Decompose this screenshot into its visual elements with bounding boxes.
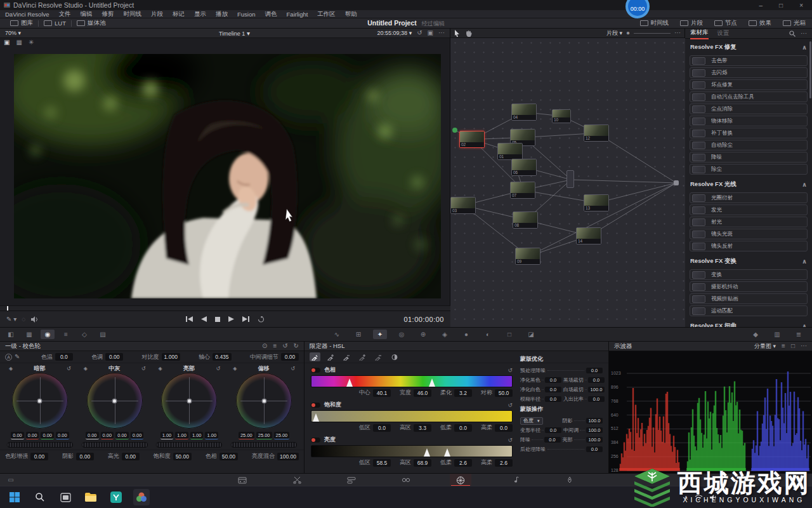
menu-item[interactable]: DaVinci Resolve [5,11,49,18]
lum-high-handle[interactable] [444,448,450,457]
control-value[interactable]: 1.000 [162,353,180,361]
softness-add-icon[interactable] [357,352,368,361]
matte-value[interactable]: 0.0 [586,368,603,373]
color-wheels-icon[interactable]: ◉ [41,330,55,339]
bypass-grades-icon[interactable]: ↺ [417,30,422,36]
fx-effect-item[interactable]: 尘点消除 [690,104,808,114]
panel-toggle-button[interactable]: 片段 [679,19,704,27]
control-value[interactable]: 0.00 [281,353,299,361]
wheel-value[interactable]: 0.00 [11,432,24,439]
luminance-toggle[interactable] [311,438,320,443]
control-value[interactable]: 50.00 [173,453,192,460]
close-button[interactable]: × [799,2,803,9]
node-out[interactable] [674,180,679,185]
fx-effect-item[interactable]: 镜头反射 [690,241,808,251]
wheel-reset-icon[interactable]: ↺ [216,366,221,371]
matte-value[interactable]: 0.0 [545,427,561,433]
fx-effect-item[interactable]: 去色带 [690,55,808,66]
menu-item[interactable]: 调色 [265,10,277,18]
fx-effect-item[interactable]: 摄影机抖动 [690,281,808,292]
qualifier-value[interactable]: 2.6 [454,459,472,467]
panel-toggle-button[interactable]: 节点 [713,19,738,27]
key-icon[interactable]: ◐ [481,330,495,339]
undo-icon[interactable]: ↺ [282,343,287,349]
node-mode-select[interactable]: 片段 ▾ [606,29,622,37]
media-pool-button[interactable]: 媒体池 [72,19,111,27]
node-14[interactable]: 14 [576,227,601,244]
hue-reset-icon[interactable]: ↺ [508,367,513,373]
picker-add-icon[interactable] [325,352,336,361]
split-screen-icon[interactable]: ▦ [16,39,22,46]
viewer-video[interactable] [14,54,441,298]
node-03[interactable]: 03 [450,197,476,214]
keyframes-icon[interactable]: ◆ [749,330,763,339]
fx-options-menu[interactable]: ··· [801,30,807,37]
matte-value[interactable]: 100.0 [586,418,603,424]
fx-scrollbar[interactable] [809,41,811,98]
node-02[interactable]: 02 [459,131,485,148]
scope-expand-icon[interactable]: □ [791,343,795,349]
invert-selection-icon[interactable] [389,352,400,361]
maximize-button[interactable]: □ [779,2,783,9]
color-wheel[interactable] [161,373,217,429]
fx-effect-item[interactable]: 视频拼贴画 [690,293,808,304]
tab-settings[interactable]: 设置 [717,29,730,39]
node-01[interactable]: 01 [497,143,523,160]
saturation-toggle[interactable] [311,403,320,408]
annotation-tool-icon[interactable]: ✎ ▾ [6,316,16,323]
fx-effect-item[interactable]: 变换 [690,269,808,280]
select-cursor-icon[interactable] [454,30,460,37]
page-cut[interactable] [286,474,308,486]
blur-icon[interactable]: ● [459,330,473,339]
wheel-value[interactable]: 25.00 [256,432,272,439]
color-wheel[interactable] [236,373,292,429]
qualifier-value[interactable]: 0.0 [373,424,391,432]
scope-mode-select[interactable]: 分量图 ▾ [754,342,776,351]
menu-item[interactable]: 时间线 [124,10,142,18]
menu-item[interactable]: 编辑 [81,10,93,18]
control-value[interactable]: 0.0 [55,353,73,361]
page-color[interactable] [450,474,471,486]
fx-effect-item[interactable]: 自动除尘 [690,140,808,150]
matte-value[interactable]: 0.0 [586,446,603,452]
luminance-reset-icon[interactable]: ↺ [508,437,513,443]
color-match-icon[interactable]: ▦ [22,330,36,339]
qualifier-value[interactable]: 3.2 [454,389,472,397]
matte-value[interactable]: 100.0 [586,437,603,443]
app-teal-button[interactable] [108,489,124,505]
control-value[interactable]: 100.00 [277,453,299,460]
node-12[interactable]: 12 [584,124,609,142]
softness-subtract-icon[interactable] [373,352,384,361]
matte-value[interactable]: 100.0 [586,427,603,433]
fx-effect-item[interactable]: 射光 [690,217,808,227]
qualifier-value[interactable]: 68.9 [414,459,431,467]
control-value[interactable]: 0.00 [105,353,123,361]
tracker-icon[interactable]: ⊕ [416,330,430,339]
minimize-button[interactable]: – [759,2,763,9]
reset-palette-icon[interactable]: ↻ [294,343,299,349]
saturation-reset-icon[interactable]: ↺ [508,402,513,408]
panel-toggle-button[interactable]: 效果 [747,19,773,27]
image-wipe-icon[interactable]: ▣ [4,39,10,46]
fx-effect-item[interactable]: 镜头光斑 [690,229,808,239]
lut-button[interactable]: LUT [39,20,71,27]
wheel-reset-icon[interactable]: ↺ [141,366,146,371]
task-view-button[interactable] [57,489,74,505]
lum-low-handle[interactable] [424,448,430,457]
picker-wand-icon[interactable]: ✎ [15,354,20,360]
menu-item[interactable]: Fusion [237,11,256,18]
control-value[interactable]: 0.00 [76,453,94,460]
scopes-icon[interactable]: ▥ [770,330,784,339]
wheel-value[interactable]: 0.00 [86,432,99,439]
davinci-resolve-app-button[interactable] [133,489,150,505]
control-value[interactable]: 0.00 [30,453,48,460]
matte-value[interactable]: 0.0 [545,377,561,383]
wheel-reset-icon[interactable]: ↺ [291,366,295,371]
viewer-options-menu[interactable]: ··· [438,30,445,36]
viewer-zoom-select[interactable]: 70% ▾ [5,30,21,36]
fx-effect-item[interactable]: 物体移除 [690,116,808,126]
go-to-start-icon[interactable] [186,316,193,322]
matte-value[interactable]: 0.0 [544,437,561,443]
fx-effect-item[interactable]: 运动匹配 [690,305,808,316]
wheel-value[interactable]: 0.00 [115,432,129,439]
